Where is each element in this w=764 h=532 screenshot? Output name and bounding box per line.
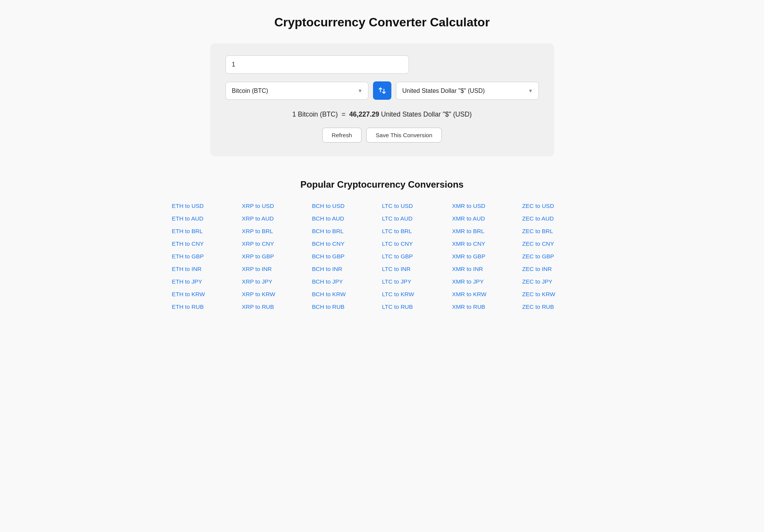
list-item[interactable]: ZEC to GBP [522, 251, 592, 261]
list-item[interactable]: XRP to JPY [242, 276, 312, 287]
list-item[interactable]: ETH to CNY [172, 238, 242, 249]
list-item[interactable]: LTC to GBP [382, 251, 452, 261]
swap-button[interactable] [373, 81, 391, 100]
list-item[interactable]: LTC to CNY [382, 238, 452, 249]
list-item[interactable]: ETH to INR [172, 264, 242, 274]
list-item[interactable]: XRP to RUB [242, 302, 312, 312]
list-item[interactable]: BCH to RUB [312, 302, 382, 312]
list-item[interactable]: ETH to USD [172, 201, 242, 211]
result-currency: United States Dollar "$" (USD) [381, 110, 472, 118]
list-item[interactable]: LTC to AUD [382, 213, 452, 224]
amount-input[interactable] [225, 55, 409, 74]
from-currency-wrapper: Bitcoin (BTC) ▼ [225, 82, 368, 100]
list-item[interactable]: BCH to KRW [312, 289, 382, 299]
list-item[interactable]: BCH to GBP [312, 251, 382, 261]
list-item[interactable]: XMR to BRL [452, 226, 522, 236]
list-item[interactable]: BCH to CNY [312, 238, 382, 249]
list-item[interactable]: ZEC to JPY [522, 276, 592, 287]
list-item[interactable]: BCH to JPY [312, 276, 382, 287]
list-item[interactable]: ETH to AUD [172, 213, 242, 224]
conversions-grid: ETH to USDXRP to USDBCH to USDLTC to USD… [172, 201, 592, 312]
list-item[interactable]: LTC to USD [382, 201, 452, 211]
list-item[interactable]: XRP to INR [242, 264, 312, 274]
result-value: 46,227.29 [349, 110, 379, 118]
list-item[interactable]: ETH to BRL [172, 226, 242, 236]
save-conversion-button[interactable]: Save This Conversion [366, 128, 442, 143]
list-item[interactable]: XMR to USD [452, 201, 522, 211]
list-item[interactable]: ZEC to USD [522, 201, 592, 211]
page-title: Cryptocurrency Converter Calculator [8, 15, 756, 29]
list-item[interactable]: XRP to CNY [242, 238, 312, 249]
list-item[interactable]: XMR to CNY [452, 238, 522, 249]
actions-row: Refresh Save This Conversion [225, 128, 539, 143]
refresh-button[interactable]: Refresh [322, 128, 362, 143]
result-equals: = [340, 110, 349, 118]
to-currency-wrapper: United States Dollar "$" (USD) ▼ [396, 82, 539, 100]
list-item[interactable]: XRP to USD [242, 201, 312, 211]
popular-section: Popular Cryptocurrency Conversions ETH t… [172, 179, 592, 312]
list-item[interactable]: XMR to GBP [452, 251, 522, 261]
selectors-row: Bitcoin (BTC) ▼ United States Dollar "$"… [225, 81, 539, 100]
list-item[interactable]: LTC to INR [382, 264, 452, 274]
converter-card: Bitcoin (BTC) ▼ United States Dollar "$"… [210, 43, 554, 156]
list-item[interactable]: ZEC to BRL [522, 226, 592, 236]
list-item[interactable]: XRP to KRW [242, 289, 312, 299]
to-currency-select[interactable]: United States Dollar "$" (USD) [396, 82, 539, 99]
swap-icon [378, 86, 386, 95]
list-item[interactable]: XMR to RUB [452, 302, 522, 312]
list-item[interactable]: BCH to USD [312, 201, 382, 211]
list-item[interactable]: XRP to BRL [242, 226, 312, 236]
list-item[interactable]: XMR to AUD [452, 213, 522, 224]
list-item[interactable]: XMR to JPY [452, 276, 522, 287]
popular-title: Popular Cryptocurrency Conversions [172, 179, 592, 190]
result-prefix: 1 Bitcoin (BTC) [292, 110, 338, 118]
list-item[interactable]: XMR to INR [452, 264, 522, 274]
list-item[interactable]: LTC to BRL [382, 226, 452, 236]
list-item[interactable]: XRP to GBP [242, 251, 312, 261]
list-item[interactable]: ZEC to INR [522, 264, 592, 274]
list-item[interactable]: LTC to RUB [382, 302, 452, 312]
list-item[interactable]: ZEC to AUD [522, 213, 592, 224]
list-item[interactable]: ZEC to CNY [522, 238, 592, 249]
list-item[interactable]: LTC to KRW [382, 289, 452, 299]
list-item[interactable]: ZEC to KRW [522, 289, 592, 299]
list-item[interactable]: ETH to GBP [172, 251, 242, 261]
list-item[interactable]: ZEC to RUB [522, 302, 592, 312]
list-item[interactable]: ETH to KRW [172, 289, 242, 299]
list-item[interactable]: XMR to KRW [452, 289, 522, 299]
list-item[interactable]: XRP to AUD [242, 213, 312, 224]
list-item[interactable]: LTC to JPY [382, 276, 452, 287]
list-item[interactable]: BCH to INR [312, 264, 382, 274]
from-currency-select[interactable]: Bitcoin (BTC) [226, 82, 368, 99]
list-item[interactable]: ETH to RUB [172, 302, 242, 312]
list-item[interactable]: BCH to BRL [312, 226, 382, 236]
result-row: 1 Bitcoin (BTC) = 46,227.29 United State… [225, 110, 539, 118]
list-item[interactable]: BCH to AUD [312, 213, 382, 224]
list-item[interactable]: ETH to JPY [172, 276, 242, 287]
